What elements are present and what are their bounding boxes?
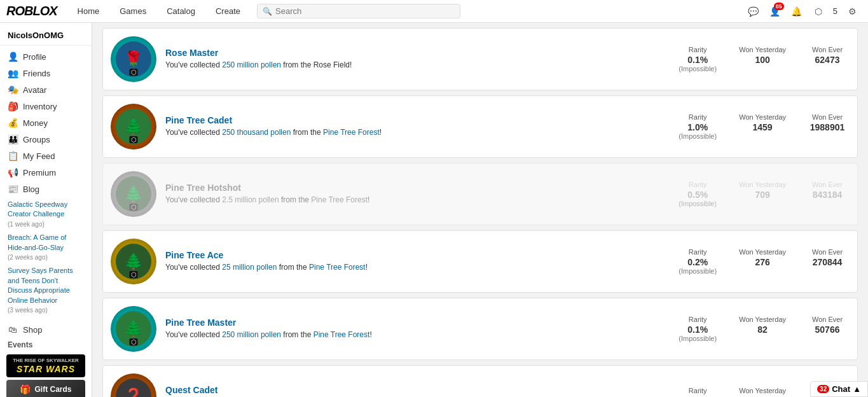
- badge-stats-pine-tree-master: Rarity 0.1% (Impossible) Won Yesterday 8…: [675, 316, 850, 342]
- badge-title-pine-tree-ace[interactable]: Pine Tree Ace: [165, 250, 666, 260]
- stat-rarity-pine-tree-hotshot: Rarity 0.5% (Impossible): [675, 181, 720, 207]
- friends-icon-btn[interactable]: 👤 85: [766, 2, 785, 21]
- badge-row-pine-tree-hotshot: 🌲 ⬡ Pine Tree Hotshot You've collected 2…: [102, 163, 858, 225]
- badge-row-pine-tree-ace: 🌲 ⬡ Pine Tree Ace You've collected 25 mi…: [102, 230, 858, 293]
- sidebar-label-blog: Blog: [23, 185, 39, 194]
- stat-won-yesterday-pine-tree-master: Won Yesterday 82: [739, 316, 786, 335]
- my-feed-icon: 📋: [8, 151, 18, 161]
- main-layout: NicolsOnOMG 👤 Profile 👥 Friends 🎭 Avatar…: [0, 23, 868, 397]
- stat-rarity-pine-tree-master: Rarity 0.1% (Impossible): [675, 316, 720, 342]
- chat-badge: 32: [817, 385, 829, 393]
- robux-icon-btn[interactable]: ⬡: [809, 2, 828, 21]
- badge-info-quest-cadet: Quest Cadet You've achieved the rank of …: [165, 385, 666, 397]
- badge-stats-pine-tree-cadet: Rarity 1.0% (Impossible) Won Yesterday 1…: [675, 113, 850, 140]
- badge-row-pine-tree-cadet: 🌲 ⬡ Pine Tree Cadet You've collected 250…: [102, 95, 858, 158]
- badge-image-pine-tree-cadet: 🌲 ⬡: [111, 104, 156, 150]
- stat-won-ever-pine-tree-ace: Won Ever 270844: [805, 248, 850, 267]
- chat-icon-btn[interactable]: 💬: [744, 2, 763, 21]
- badge-desc-pine-tree-ace: You've collected 25 million pollen from …: [165, 262, 666, 273]
- badge-info-pine-tree-ace: Pine Tree Ace You've collected 25 millio…: [165, 250, 666, 273]
- sidebar-item-avatar[interactable]: 🎭 Avatar: [0, 81, 92, 98]
- sidebar-item-groups[interactable]: 👪 Groups: [0, 131, 92, 148]
- badge-image-pine-tree-ace: 🌲 ⬡: [111, 239, 156, 284]
- nav-catalog[interactable]: Catalog: [156, 0, 205, 23]
- blog-post-1[interactable]: Breach: A Game of Hide-and-Go-Slay (2 we…: [8, 233, 84, 262]
- top-nav: ROBLOX Home Games Catalog Create 🔍 💬 👤 8…: [0, 0, 868, 23]
- nav-games[interactable]: Games: [109, 0, 156, 23]
- chat-icon: 💬: [748, 6, 759, 17]
- badge-row-rose-master: 🌹 ⬡ Rose Master You've collected 250 mil…: [102, 28, 858, 90]
- chat-chevron-icon: ▲: [853, 384, 861, 394]
- sidebar-item-my-feed[interactable]: 📋 My Feed: [0, 148, 92, 164]
- blog-post-0[interactable]: Galactic Speedway Creator Challenge (1 w…: [8, 200, 84, 229]
- sidebar-label-inventory: Inventory: [23, 102, 57, 111]
- badge-desc-pine-tree-hotshot: You've collected 2.5 million pollen from…: [165, 195, 666, 205]
- sidebar: NicolsOnOMG 👤 Profile 👥 Friends 🎭 Avatar…: [0, 23, 92, 397]
- inventory-icon: 🎒: [8, 101, 18, 111]
- stat-won-yesterday-pine-tree-cadet: Won Yesterday 1459: [739, 113, 786, 132]
- badge-image-quest-cadet: ❓ ⬡: [111, 373, 156, 397]
- badge-row-pine-tree-master: 🌲 ⬡ Pine Tree Master You've collected 25…: [102, 298, 858, 360]
- sidebar-label-shop: Shop: [23, 325, 42, 335]
- badge-emblem: ⬡: [130, 204, 138, 211]
- robux-amount: 5: [830, 6, 840, 16]
- badge-emblem: ⬡: [130, 271, 138, 278]
- badge-title-pine-tree-cadet[interactable]: Pine Tree Cadet: [165, 115, 666, 125]
- groups-icon: 👪: [8, 134, 18, 144]
- sidebar-item-blog[interactable]: 📰 Blog: [0, 181, 92, 197]
- badge-emblem: ⬡: [130, 69, 138, 76]
- settings-icon-btn[interactable]: ⚙: [843, 2, 862, 21]
- stat-won-ever-rose-master: Won Ever 62473: [805, 46, 850, 65]
- stat-rarity-rose-master: Rarity 0.1% (Impossible): [675, 46, 720, 73]
- badge-image-rose-master: 🌹 ⬡: [111, 36, 156, 82]
- sidebar-item-premium[interactable]: 📢 Premium: [0, 164, 92, 181]
- badge-content: 🌹 ⬡ Rose Master You've collected 250 mil…: [92, 23, 868, 397]
- sidebar-label-avatar: Avatar: [23, 85, 46, 95]
- badge-info-pine-tree-hotshot: Pine Tree Hotshot You've collected 2.5 m…: [165, 183, 666, 205]
- gift-cards-button[interactable]: 🎁 Gift Cards: [6, 380, 85, 397]
- sidebar-events-label: Events: [0, 338, 92, 352]
- nav-home[interactable]: Home: [67, 0, 110, 23]
- badge-stats-rose-master: Rarity 0.1% (Impossible) Won Yesterday 1…: [675, 46, 850, 73]
- notifications-icon-btn[interactable]: 🔔: [787, 2, 806, 21]
- badge-title-rose-master[interactable]: Rose Master: [165, 48, 666, 58]
- search-input[interactable]: [275, 6, 455, 16]
- chat-button[interactable]: 32 Chat ▲: [810, 381, 868, 397]
- money-icon: 💰: [8, 118, 18, 128]
- badge-desc-pine-tree-master: You've collected 250 million pollen from…: [165, 330, 666, 340]
- badge-stats-pine-tree-ace: Rarity 0.2% (Impossible) Won Yesterday 2…: [675, 248, 850, 275]
- badge-emblem: ⬡: [130, 338, 138, 345]
- badge-desc-pine-tree-cadet: You've collected 250 thousand pollen fro…: [165, 127, 666, 138]
- badge-stats-pine-tree-hotshot: Rarity 0.5% (Impossible) Won Yesterday 7…: [675, 181, 850, 207]
- sidebar-item-inventory[interactable]: 🎒 Inventory: [0, 98, 92, 115]
- logo[interactable]: ROBLOX: [6, 4, 57, 18]
- stat-won-yesterday-rose-master: Won Yesterday 100: [739, 46, 786, 65]
- badge-title-quest-cadet[interactable]: Quest Cadet: [165, 385, 666, 395]
- badge-image-pine-tree-hotshot: 🌲 ⬡: [111, 171, 156, 217]
- sidebar-label-groups: Groups: [23, 135, 50, 144]
- settings-icon: ⚙: [848, 6, 857, 17]
- search-icon: 🔍: [263, 7, 272, 16]
- stat-won-ever-pine-tree-cadet: Won Ever 1988901: [805, 113, 850, 132]
- blog-posts: Galactic Speedway Creator Challenge (1 w…: [0, 197, 92, 321]
- sidebar-item-profile[interactable]: 👤 Profile: [0, 48, 92, 65]
- stat-won-ever-pine-tree-master: Won Ever 50766: [805, 316, 850, 335]
- sidebar-item-shop[interactable]: 🛍 Shop: [0, 321, 92, 338]
- sidebar-item-friends[interactable]: 👥 Friends: [0, 65, 92, 81]
- badge-title-pine-tree-master[interactable]: Pine Tree Master: [165, 317, 666, 328]
- stat-rarity-pine-tree-ace: Rarity 0.2% (Impossible): [675, 248, 720, 275]
- sidebar-item-money[interactable]: 💰 Money: [0, 115, 92, 131]
- stat-won-ever-pine-tree-hotshot: Won Ever 843184: [805, 181, 850, 200]
- blog-icon: 📰: [8, 184, 18, 194]
- badge-title-pine-tree-hotshot[interactable]: Pine Tree Hotshot: [165, 183, 666, 193]
- stat-won-yesterday-quest-cadet: Won Yesterday: [739, 387, 786, 396]
- search-box[interactable]: 🔍: [257, 4, 460, 18]
- profile-icon: 👤: [8, 52, 18, 62]
- sidebar-label-profile: Profile: [23, 52, 46, 62]
- notifications-icon: 🔔: [791, 6, 802, 17]
- star-wars-banner[interactable]: THE RISE OF SKYWALKER STAR WARS: [6, 354, 85, 377]
- robux-icon: ⬡: [815, 6, 822, 17]
- sidebar-label-friends: Friends: [23, 69, 50, 78]
- blog-post-2[interactable]: Survey Says Parents and Teens Don't Disc…: [8, 266, 84, 315]
- nav-create[interactable]: Create: [205, 0, 251, 23]
